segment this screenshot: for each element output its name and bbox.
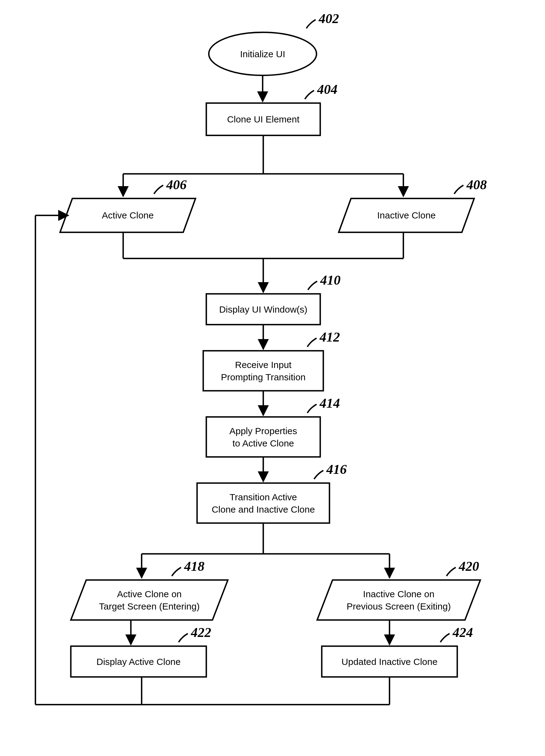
svg-rect-7 xyxy=(197,483,330,523)
node-initialize-ui: Initialize UI 402 xyxy=(209,11,339,75)
node-display-ui-windows: Display UI Window(s) 410 xyxy=(206,273,341,325)
node-418-text-l2: Target Screen (Entering) xyxy=(99,601,200,611)
ref-422: 422 xyxy=(190,625,211,640)
ref-414: 414 xyxy=(319,396,340,411)
node-408-text: Inactive Clone xyxy=(377,210,436,220)
node-412-text-l2: Prompting Transition xyxy=(221,372,306,382)
ref-420: 420 xyxy=(459,559,479,574)
node-receive-input: Receive Input Prompting Transition 412 xyxy=(203,330,340,391)
ref-408: 408 xyxy=(466,177,487,192)
svg-rect-6 xyxy=(206,417,320,457)
node-412-text-l1: Receive Input xyxy=(235,360,292,370)
node-424-text: Updated Inactive Clone xyxy=(342,657,438,667)
node-418-text-l1: Active Clone on xyxy=(117,589,182,599)
node-422-text: Display Active Clone xyxy=(96,657,180,667)
ref-418: 418 xyxy=(184,559,204,574)
node-active-clone: Active Clone 406 xyxy=(60,177,195,232)
node-clone-ui-element: Clone UI Element 404 xyxy=(206,82,338,135)
ref-416: 416 xyxy=(326,462,347,477)
node-416-text-l1: Transition Active xyxy=(230,492,297,502)
svg-rect-5 xyxy=(203,351,323,391)
node-updated-inactive-clone: Updated Inactive Clone 424 xyxy=(322,625,473,677)
node-420-text-l2: Previous Screen (Exiting) xyxy=(347,601,451,611)
node-420-text-l1: Inactive Clone on xyxy=(363,589,435,599)
node-inactive-clone: Inactive Clone 408 xyxy=(339,177,487,232)
node-404-text: Clone UI Element xyxy=(227,114,300,124)
node-416-text-l2: Clone and Inactive Clone xyxy=(211,504,315,514)
node-414-text-l2: to Active Clone xyxy=(232,438,294,448)
ref-410: 410 xyxy=(320,273,341,288)
node-414-text-l1: Apply Properties xyxy=(229,426,297,436)
node-apply-properties: Apply Properties to Active Clone 414 xyxy=(206,396,340,457)
node-402-text: Initialize UI xyxy=(240,49,286,59)
node-406-text: Active Clone xyxy=(102,210,154,220)
ref-424: 424 xyxy=(452,625,473,640)
svg-marker-9 xyxy=(317,580,480,620)
ref-404: 404 xyxy=(317,82,338,97)
ref-402: 402 xyxy=(319,11,339,26)
svg-marker-8 xyxy=(71,580,228,620)
node-display-active-clone: Display Active Clone 422 xyxy=(71,625,211,677)
node-transition-clones: Transition Active Clone and Inactive Clo… xyxy=(197,462,347,523)
ref-412: 412 xyxy=(319,330,340,345)
node-410-text: Display UI Window(s) xyxy=(219,304,308,314)
node-active-clone-entering: Active Clone on Target Screen (Entering)… xyxy=(71,559,228,620)
node-inactive-clone-exiting: Inactive Clone on Previous Screen (Exiti… xyxy=(317,559,480,620)
ref-406: 406 xyxy=(166,177,186,192)
